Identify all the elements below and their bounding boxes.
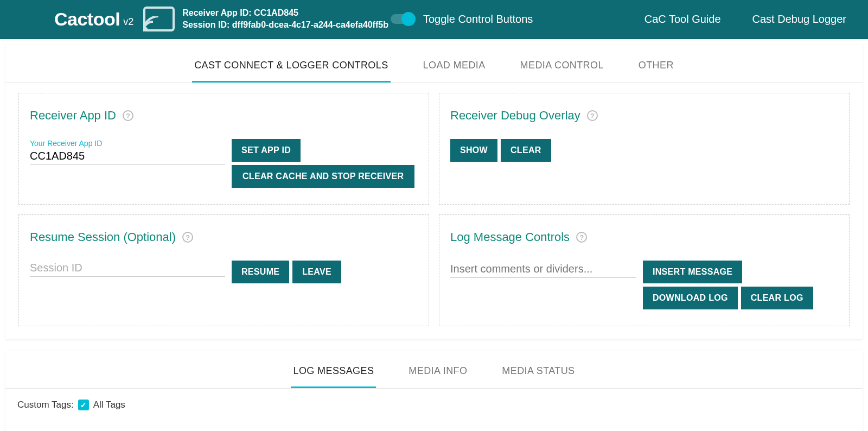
toggle-control-buttons-wrap: Toggle Control Buttons <box>391 13 533 26</box>
tab-media-control[interactable]: MEDIA CONTROL <box>518 54 606 83</box>
link-cast-debug-logger[interactable]: Cast Debug Logger <box>752 13 846 26</box>
download-log-button[interactable]: DOWNLOAD LOG <box>643 287 738 309</box>
help-icon[interactable]: ? <box>182 232 193 243</box>
log-panel: LOG MESSAGES MEDIA INFO MEDIA STATUS Cus… <box>5 350 863 431</box>
clear-cache-stop-receiver-button[interactable]: CLEAR CACHE AND STOP RECEIVER <box>232 165 414 188</box>
logo: Cactool v2 <box>54 9 133 30</box>
session-id-value: dff9fab0-dcea-4c17-a244-ca4efa40ff5b <box>232 20 388 29</box>
card-debug-overlay: Receiver Debug Overlay ? SHOW CLEAR <box>439 93 850 205</box>
leave-button[interactable]: LEAVE <box>292 261 341 283</box>
app-version: v2 <box>123 16 133 28</box>
link-cac-guide[interactable]: CaC Tool Guide <box>644 13 721 26</box>
clear-log-button[interactable]: CLEAR LOG <box>741 287 813 309</box>
set-app-id-button[interactable]: SET APP ID <box>232 139 301 162</box>
custom-tags-label: Custom Tags: <box>17 400 74 410</box>
toggle-control-buttons[interactable] <box>391 14 414 24</box>
tab-other[interactable]: OTHER <box>636 54 676 83</box>
session-id-input[interactable] <box>30 261 225 277</box>
tab-cast-connect[interactable]: CAST CONNECT & LOGGER CONTROLS <box>192 54 390 83</box>
main-tabs: CAST CONNECT & LOGGER CONTROLS LOAD MEDI… <box>5 45 863 83</box>
insert-message-button[interactable]: INSERT MESSAGE <box>643 261 742 283</box>
session-info: Receiver App ID: CC1AD845 Session ID: df… <box>182 7 388 30</box>
receiver-app-id-input[interactable] <box>30 149 225 165</box>
tab-log-messages[interactable]: LOG MESSAGES <box>291 360 376 388</box>
card-resume-session: Resume Session (Optional) ? RESUME LEAVE <box>18 214 429 326</box>
card-title-resume-session: Resume Session (Optional) <box>30 230 176 244</box>
card-log-controls: Log Message Controls ? INSERT MESSAGE DO… <box>439 214 850 326</box>
help-icon[interactable]: ? <box>587 110 598 121</box>
header-links: CaC Tool Guide Cast Debug Logger <box>644 13 846 26</box>
tab-load-media[interactable]: LOAD MEDIA <box>421 54 488 83</box>
help-icon[interactable]: ? <box>576 232 587 243</box>
clear-overlay-button[interactable]: CLEAR <box>501 139 551 162</box>
card-receiver-app-id: Receiver App ID ? Your Receiver App ID S… <box>18 93 429 205</box>
cast-icon[interactable] <box>143 7 175 31</box>
custom-tags-row: Custom Tags: ✓ All Tags <box>5 389 863 431</box>
main-panel: CAST CONNECT & LOGGER CONTROLS LOAD MEDI… <box>5 45 863 339</box>
card-title-log-controls: Log Message Controls <box>450 230 570 244</box>
all-tags-label: All Tags <box>93 400 125 410</box>
tab-media-status[interactable]: MEDIA STATUS <box>500 360 577 388</box>
log-message-field <box>450 261 636 278</box>
receiver-app-id-label: Receiver App ID: <box>182 8 251 17</box>
svg-point-0 <box>143 27 148 31</box>
resume-button[interactable]: RESUME <box>232 261 289 283</box>
receiver-app-id-field: Your Receiver App ID <box>30 139 225 165</box>
session-id-label: Session ID: <box>182 20 229 29</box>
session-id-field <box>30 261 225 277</box>
all-tags-checkbox[interactable]: ✓ <box>78 400 89 410</box>
log-tabs: LOG MESSAGES MEDIA INFO MEDIA STATUS <box>5 350 863 389</box>
app-header: Cactool v2 Receiver App ID: CC1AD845 Ses… <box>0 0 868 39</box>
help-icon[interactable]: ? <box>123 110 133 121</box>
receiver-app-id-value: CC1AD845 <box>254 8 298 17</box>
receiver-app-id-field-label: Your Receiver App ID <box>30 139 225 148</box>
card-title-receiver-app-id: Receiver App ID <box>30 109 116 123</box>
show-overlay-button[interactable]: SHOW <box>450 139 497 162</box>
tab-media-info[interactable]: MEDIA INFO <box>406 360 469 388</box>
toggle-label: Toggle Control Buttons <box>423 13 533 26</box>
log-message-input[interactable] <box>450 261 636 278</box>
app-name: Cactool <box>54 9 120 30</box>
card-title-debug-overlay: Receiver Debug Overlay <box>450 109 580 123</box>
